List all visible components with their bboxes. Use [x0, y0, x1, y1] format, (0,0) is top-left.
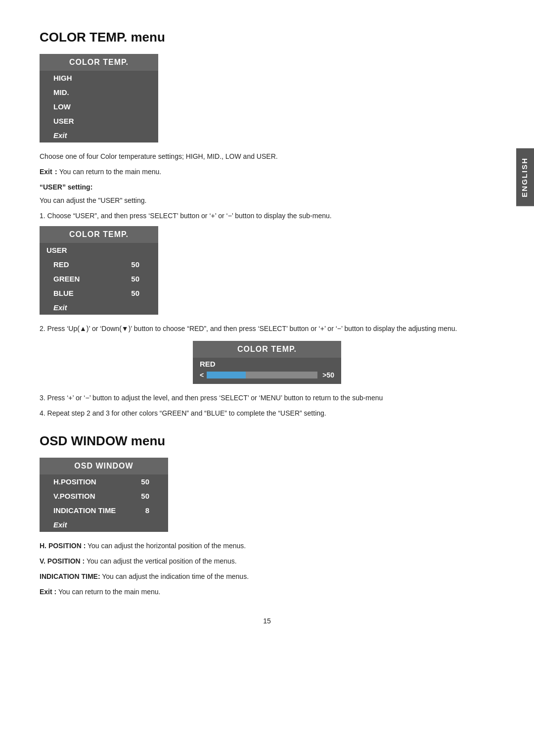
- step4-text: 4. Repeat step 2 and 3 for other colors …: [40, 408, 494, 419]
- user-menu-exit[interactable]: Exit: [40, 300, 158, 315]
- blue-row: BLUE 50: [40, 286, 158, 300]
- osd-window-title: OSD WINDOW menu: [40, 433, 494, 449]
- menu-item-mid[interactable]: MID.: [40, 85, 158, 99]
- slider-track[interactable]: [207, 372, 317, 378]
- osd-hposition-desc: H. POSITION : You can adjust the horizon…: [40, 541, 494, 551]
- user-setting-desc: You can adjust the "USER" setting.: [40, 195, 494, 206]
- menu-item-exit[interactable]: Exit: [40, 128, 158, 142]
- slider-label-red: RED: [193, 358, 341, 369]
- step1-text: 1. Choose “USER”, and then press ‘SELECT…: [40, 211, 494, 221]
- slider-track-container: < >50: [193, 369, 341, 384]
- vposition-value: 50: [141, 492, 149, 500]
- step3-text: 3. Press ‘+’ or ‘−’ button to adjust the…: [40, 393, 494, 403]
- vposition-label: V.POSITION: [53, 492, 95, 500]
- color-temp-menu-box: COLOR TEMP. HIGH MID. LOW USER Exit: [40, 54, 158, 142]
- osd-exit-text: You can return to the main menu.: [58, 588, 161, 596]
- indication-time-row: INDICATION TIME 8: [40, 503, 168, 518]
- color-temp-description: Choose one of four Color temperature set…: [40, 151, 494, 162]
- blue-value: 50: [131, 289, 139, 297]
- osd-hposition-text: You can adjust the horizontal position o…: [88, 542, 246, 550]
- slider-fill: [207, 372, 245, 378]
- user-section-label: USER: [40, 243, 158, 257]
- menu-item-user[interactable]: USER: [40, 114, 158, 128]
- osd-indication-bold: INDICATION TIME:: [40, 572, 100, 580]
- green-label: GREEN: [53, 275, 80, 283]
- indication-time-value: 8: [145, 506, 149, 515]
- osd-indication-desc: INDICATION TIME: You can adjust the indi…: [40, 571, 494, 582]
- osd-exit[interactable]: Exit: [40, 518, 168, 532]
- red-label: RED: [53, 260, 69, 269]
- blue-label: BLUE: [53, 289, 74, 297]
- exit-description: Exit：You can return to the main menu.: [40, 167, 494, 177]
- slider-left-arrow: <: [200, 371, 204, 379]
- red-row: RED 50: [40, 257, 158, 272]
- osd-window-menu-box: OSD WINDOW H.POSITION 50 V.POSITION 50 I…: [40, 458, 168, 532]
- osd-vposition-bold: V. POSITION :: [40, 557, 85, 565]
- osd-exit-desc: Exit : You can return to the main menu.: [40, 587, 494, 597]
- osd-vposition-desc: V. POSITION : You can adjust the vertica…: [40, 556, 494, 567]
- vposition-row: V.POSITION 50: [40, 489, 168, 503]
- red-value: 50: [131, 260, 139, 269]
- green-row: GREEN 50: [40, 272, 158, 286]
- color-temp-user-menu-box: COLOR TEMP. USER RED 50 GREEN 50 BLUE 50…: [40, 226, 158, 315]
- color-temp-menu-title: COLOR TEMP.: [40, 54, 158, 71]
- page-title: COLOR TEMP. menu: [40, 30, 494, 45]
- exit-desc-text: You can return to the main menu.: [59, 168, 162, 176]
- indication-time-label: INDICATION TIME: [53, 506, 116, 515]
- hposition-row: H.POSITION 50: [40, 474, 168, 489]
- hposition-label: H.POSITION: [53, 477, 96, 486]
- menu-item-low[interactable]: LOW: [40, 99, 158, 114]
- side-tab-english: ENGLISH: [516, 148, 534, 206]
- menu-item-high[interactable]: HIGH: [40, 71, 158, 85]
- slider-menu-title: COLOR TEMP.: [193, 341, 341, 358]
- exit-label: Exit：: [40, 168, 59, 176]
- green-value: 50: [131, 275, 139, 283]
- osd-hposition-bold: H. POSITION :: [40, 542, 86, 550]
- osd-indication-text: You can adjust the indication time of th…: [102, 572, 249, 580]
- color-temp-red-slider-box: COLOR TEMP. RED < >50: [193, 341, 341, 384]
- page-number: 15: [40, 617, 494, 625]
- hposition-value: 50: [141, 477, 149, 486]
- osd-vposition-text: You can adjust the vertical position of …: [87, 557, 237, 565]
- osd-exit-bold: Exit :: [40, 588, 56, 596]
- step2-text: 2. Press ‘Up(▲)’ or ‘Down(▼)’ button to …: [40, 324, 494, 334]
- user-setting-heading: “USER” setting:: [40, 182, 494, 192]
- osd-window-menu-title: OSD WINDOW: [40, 458, 168, 474]
- color-temp-user-title: COLOR TEMP.: [40, 226, 158, 243]
- slider-right-value: >50: [322, 371, 334, 379]
